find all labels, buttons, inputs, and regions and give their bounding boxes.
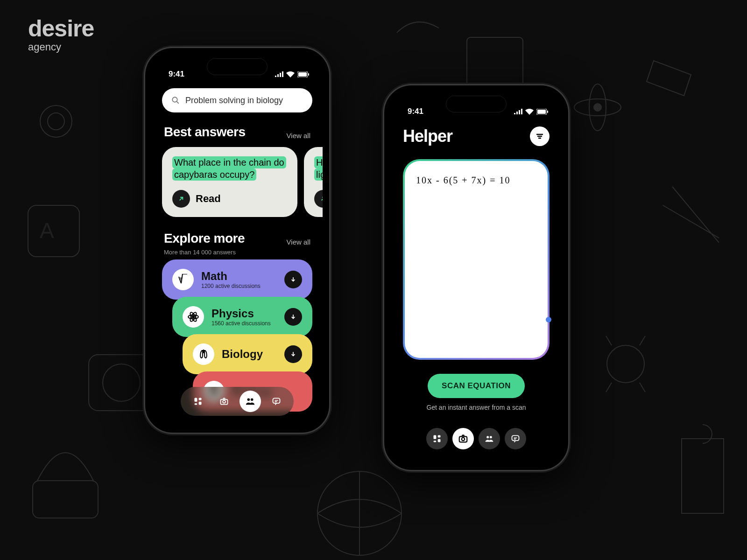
atom-icon: [183, 306, 204, 328]
best-answers-header: Best answers View all: [152, 112, 323, 145]
resize-handle[interactable]: [546, 317, 551, 322]
lungs-icon: [193, 343, 214, 365]
best-answers-title: Best answers: [164, 125, 246, 140]
menu-icon: [536, 133, 544, 140]
search-icon: [171, 96, 180, 105]
wifi-icon: [525, 109, 534, 115]
grid-icon: [193, 397, 203, 406]
arrow-up-right-icon: [172, 190, 190, 208]
answers-row[interactable]: What place in the chain do capybaras occ…: [152, 145, 323, 219]
chat-icon: [511, 434, 520, 443]
answer-card[interactable]: Ho lig: [304, 147, 323, 217]
scan-equation-button[interactable]: SCAN EQUATION: [428, 374, 525, 398]
svg-point-17: [192, 316, 194, 318]
bottom-nav: [181, 387, 294, 416]
menu-button[interactable]: [530, 126, 550, 146]
nav-chat[interactable]: [266, 391, 287, 412]
battery-icon: [297, 71, 310, 77]
svg-text:A: A: [40, 218, 54, 243]
subject-card-physics[interactable]: Physics 1560 active discussions: [172, 297, 312, 337]
answer-read-label: Read: [196, 193, 221, 205]
nav-dashboard[interactable]: [187, 391, 209, 412]
wifi-icon: [286, 71, 295, 77]
doodle-backdrop: A: [0, 0, 747, 560]
best-answers-viewall[interactable]: View all: [287, 132, 310, 140]
nav-camera[interactable]: [452, 428, 474, 449]
svg-rect-13: [298, 72, 307, 77]
svg-point-40: [490, 436, 492, 438]
explore-viewall[interactable]: View all: [287, 238, 310, 246]
subject-meta: 1560 active discussions: [211, 320, 277, 327]
svg-point-38: [462, 438, 465, 441]
svg-rect-7: [33, 481, 98, 518]
phone-mock-helper: 9:41 Helper 10x - 6(5 + 7x) = 10 SCAN EQ…: [383, 84, 570, 471]
subject-meta: 1200 active discussions: [201, 283, 277, 289]
people-icon: [245, 396, 255, 406]
search-placeholder: Problem solving in biology: [185, 96, 283, 105]
nav-community[interactable]: [479, 428, 500, 449]
explore-subtitle: More than 14 000 answers: [152, 249, 323, 256]
brand-tag: agency: [28, 41, 94, 53]
download-icon[interactable]: [284, 308, 302, 326]
nav-camera[interactable]: [213, 391, 235, 412]
svg-rect-23: [199, 402, 202, 405]
answer-question: What place in the chain do capybaras occ…: [172, 156, 287, 181]
answer-read-button[interactable]: Read: [172, 190, 287, 208]
download-icon[interactable]: [284, 345, 302, 363]
screen-home: 9:41 Problem solving in biology Best ans…: [152, 55, 323, 426]
subject-name: Biology: [222, 348, 277, 361]
download-icon[interactable]: [284, 271, 302, 288]
answer-question: Ho lig: [314, 156, 323, 181]
svg-point-5: [103, 364, 140, 401]
svg-point-39: [486, 436, 489, 438]
equation-canvas[interactable]: 10x - 6(5 + 7x) = 10: [405, 161, 548, 358]
search-input[interactable]: Problem solving in biology: [162, 88, 312, 112]
nav-chat[interactable]: [505, 428, 526, 449]
equation-text: 10x - 6(5 + 7x) = 10: [416, 175, 511, 185]
explore-title: Explore more: [164, 231, 245, 246]
bottom-nav: [422, 424, 531, 453]
svg-point-28: [251, 399, 254, 401]
svg-rect-14: [308, 73, 309, 76]
svg-point-26: [223, 400, 226, 403]
svg-rect-22: [199, 398, 202, 400]
camera-icon: [458, 434, 468, 444]
signal-icon: [514, 109, 522, 114]
status-indicators: [275, 71, 310, 77]
screen-helper: 9:41 Helper 10x - 6(5 + 7x) = 10 SCAN EQ…: [391, 92, 562, 463]
subject-name: Physics: [211, 307, 277, 320]
subject-card-biology[interactable]: Biology: [183, 334, 312, 374]
people-icon: [485, 434, 494, 443]
svg-point-15: [172, 97, 177, 102]
answer-read-button[interactable]: [314, 190, 323, 208]
arrow-up-right-icon: [314, 190, 323, 208]
answer-card[interactable]: What place in the chain do capybaras occ…: [162, 147, 297, 217]
phone-notch: [207, 58, 268, 75]
scan-frame[interactable]: 10x - 6(5 + 7x) = 10: [403, 159, 550, 360]
nav-dashboard[interactable]: [426, 428, 448, 449]
grid-icon: [432, 434, 442, 443]
status-indicators: [514, 109, 549, 115]
helper-header: Helper: [391, 120, 562, 149]
status-time: 9:41: [169, 70, 184, 79]
svg-point-1: [48, 113, 64, 130]
phone-mock-home: 9:41 Problem solving in biology Best ans…: [144, 47, 331, 434]
brand-logo: desire agency: [28, 17, 94, 53]
brand-name: desire: [28, 17, 94, 40]
chat-icon: [272, 397, 281, 406]
svg-rect-32: [547, 111, 548, 113]
nav-community[interactable]: [240, 391, 261, 412]
camera-icon: [219, 397, 229, 406]
svg-point-0: [40, 105, 72, 137]
subject-card-math[interactable]: x Math 1200 active discussions: [162, 259, 312, 300]
math-icon: x: [172, 269, 194, 290]
helper-title: Helper: [403, 126, 452, 146]
svg-rect-24: [195, 403, 197, 405]
svg-point-8: [317, 471, 402, 555]
svg-point-27: [247, 399, 250, 401]
svg-rect-21: [195, 398, 197, 402]
svg-rect-36: [434, 441, 437, 442]
signal-icon: [275, 71, 283, 77]
svg-rect-34: [438, 435, 441, 438]
svg-point-2: [574, 99, 621, 116]
